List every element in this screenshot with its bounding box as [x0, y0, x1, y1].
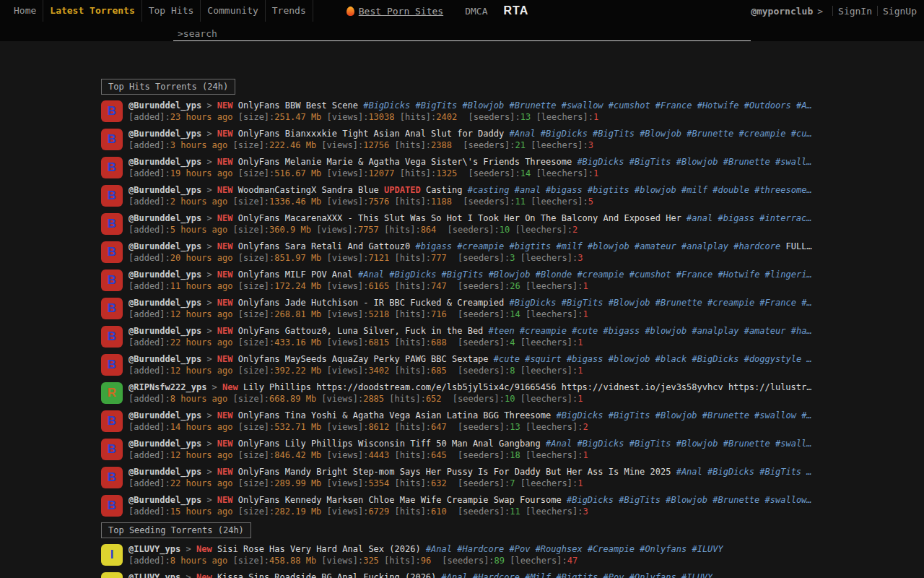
- torrent-tag[interactable]: #Pov: [510, 544, 531, 554]
- torrent-tag[interactable]: #analplay: [681, 241, 728, 251]
- torrent-tag[interactable]: #Blowjob: [655, 410, 697, 420]
- torrent-tag[interactable]: #Onlyfans: [640, 544, 687, 554]
- torrent-tag[interactable]: #bigass: [718, 213, 754, 223]
- torrent-tag[interactable]: #BigDicks: [557, 410, 603, 420]
- torrent-tag[interactable]: #swallow: [562, 100, 603, 111]
- torrent-tag[interactable]: #Anal: [546, 439, 572, 449]
- torrent-user-link[interactable]: @Burunddel_yps: [128, 241, 201, 251]
- account-link[interactable]: @mypornclub: [751, 6, 813, 17]
- new-badge[interactable]: NEW: [217, 298, 233, 308]
- user-avatar[interactable]: B: [101, 213, 123, 235]
- new-badge[interactable]: NEW: [217, 100, 233, 111]
- new-badge[interactable]: NEW: [217, 241, 233, 251]
- torrent-title[interactable]: Onlyfans Sara Retali And Gattouz0: [238, 241, 410, 251]
- new-badge[interactable]: NEW: [217, 326, 233, 336]
- torrent-tag[interactable]: #amateur: [744, 326, 786, 336]
- torrent-tag[interactable]: #BigTits: [609, 410, 650, 420]
- torrent-tag[interactable]: #swallow: [754, 410, 796, 420]
- torrent-user-link[interactable]: @Burunddel_yps: [128, 129, 201, 139]
- new-badge[interactable]: New: [222, 382, 238, 392]
- torrent-tag[interactable]: #cu…: [791, 129, 812, 139]
- torrent-tag[interactable]: #casting: [468, 185, 510, 195]
- torrent-tag[interactable]: #creampie: [577, 269, 624, 280]
- torrent-tag[interactable]: #Blowjob: [676, 439, 718, 449]
- torrent-title[interactable]: Onlyfans MILF POV Anal: [238, 269, 353, 280]
- torrent-tag[interactable]: #bigtits: [588, 185, 629, 195]
- user-avatar[interactable]: R: [101, 382, 123, 404]
- torrent-user-link[interactable]: @Burunddel_yps: [128, 269, 201, 280]
- torrent-tag[interactable]: #Hardcore: [473, 572, 520, 578]
- torrent-user-link[interactable]: @ILUVY_yps: [128, 572, 180, 578]
- torrent-tag[interactable]: #cumshot: [629, 269, 671, 280]
- torrent-title[interactable]: OnlyFans Mandy Bright Step-mom Says Her …: [238, 467, 671, 477]
- torrent-user-link[interactable]: @Burunddel_yps: [128, 298, 201, 308]
- torrent-tag[interactable]: #black: [655, 354, 687, 364]
- user-avatar[interactable]: B: [101, 354, 123, 376]
- torrent-tag[interactable]: #anal: [687, 213, 712, 223]
- torrent-tag[interactable]: #BigDicks: [692, 354, 738, 364]
- torrent-tag[interactable]: #bigass: [415, 241, 452, 251]
- user-avatar[interactable]: B: [101, 269, 123, 291]
- torrent-tag[interactable]: #analplay: [692, 326, 738, 336]
- torrent-tag[interactable]: #Pov: [603, 572, 624, 578]
- torrent-tag[interactable]: #swallow…: [765, 495, 812, 505]
- torrent-tag[interactable]: #Anal: [509, 129, 535, 139]
- torrent-title[interactable]: FULL…: [786, 241, 812, 251]
- torrent-tag[interactable]: #Blowjob: [640, 129, 681, 139]
- new-badge[interactable]: NEW: [217, 467, 233, 477]
- torrent-tag[interactable]: #milf: [681, 185, 707, 195]
- torrent-tag[interactable]: #Hotwife: [697, 100, 739, 111]
- torrent-tag[interactable]: #Hotwife: [718, 269, 760, 280]
- new-badge[interactable]: NEW: [217, 157, 233, 167]
- torrent-title[interactable]: Onlyfans MaySeeds AquaZay Perky PAWG BBC…: [238, 354, 489, 364]
- torrent-tag[interactable]: #BigDicks: [577, 157, 624, 167]
- torrent-tag[interactable]: #Brunette: [702, 410, 749, 420]
- torrent-tag[interactable]: #Bigtits: [557, 572, 598, 578]
- signup-link[interactable]: SignUp: [883, 6, 917, 17]
- torrent-tag[interactable]: #lingeri…: [765, 269, 812, 280]
- torrent-tag[interactable]: #ha…: [791, 326, 812, 336]
- user-avatar[interactable]: B: [101, 129, 123, 150]
- torrent-tag[interactable]: #squirt: [525, 354, 562, 364]
- torrent-tag[interactable]: #creampie: [520, 326, 567, 336]
- torrent-tag[interactable]: #Outdoors: [744, 100, 791, 111]
- torrent-title[interactable]: OnlyFans MacarenaXXX - This Slut Was So …: [238, 213, 681, 223]
- torrent-tag[interactable]: #bigass: [567, 354, 603, 364]
- torrent-title[interactable]: OnlyFans Kennedy Marksen Chloe Mae Wife …: [238, 495, 562, 505]
- torrent-tag[interactable]: #Blonde: [536, 269, 572, 280]
- user-avatar[interactable]: B: [101, 100, 123, 122]
- torrent-tag[interactable]: #bigtits: [510, 241, 552, 251]
- torrent-tag[interactable]: #BigTits: [619, 495, 661, 505]
- user-avatar[interactable]: B: [101, 241, 123, 263]
- new-badge[interactable]: NEW: [217, 410, 233, 420]
- torrent-tag[interactable]: #Creampie: [588, 544, 635, 554]
- torrent-tag[interactable]: #interrac…: [759, 213, 811, 223]
- torrent-tag[interactable]: #BigTits: [593, 129, 635, 139]
- new-badge[interactable]: NEW: [217, 213, 233, 223]
- torrent-tag[interactable]: #milf: [557, 241, 583, 251]
- torrent-tag[interactable]: #blowjob: [609, 354, 650, 364]
- torrent-tag[interactable]: #Blowjob: [666, 495, 707, 505]
- torrent-title[interactable]: WoodmanCastingX Sandra Blue: [238, 185, 379, 195]
- torrent-tag[interactable]: #bigass: [603, 326, 640, 336]
- torrent-tag[interactable]: #Milf: [525, 572, 551, 578]
- torrent-tag[interactable]: #…: [801, 410, 811, 420]
- torrent-tag[interactable]: #creampie: [457, 241, 504, 251]
- nav-item-top-hits[interactable]: Top Hits: [142, 0, 201, 22]
- torrent-tag[interactable]: #BigTits: [442, 269, 484, 280]
- signin-link[interactable]: SignIn: [838, 6, 872, 17]
- user-avatar[interactable]: B: [101, 185, 123, 207]
- torrent-tag[interactable]: #Blowjob: [462, 100, 504, 111]
- torrent-tag[interactable]: #Brunette: [687, 129, 733, 139]
- torrent-tag[interactable]: #Blowjob: [676, 157, 718, 167]
- user-avatar[interactable]: B: [101, 410, 123, 432]
- torrent-tag[interactable]: #Brunette: [723, 157, 770, 167]
- torrent-user-link[interactable]: @Burunddel_yps: [128, 185, 201, 195]
- torrent-title[interactable]: Casting: [426, 185, 463, 195]
- torrent-tag[interactable]: #creampie: [707, 298, 754, 308]
- new-badge[interactable]: NEW: [217, 185, 233, 195]
- dmca-link[interactable]: DMCA: [465, 6, 487, 17]
- new-badge[interactable]: NEW: [217, 439, 233, 449]
- torrent-tag[interactable]: #ILUVY: [692, 544, 723, 554]
- torrent-user-link[interactable]: @Burunddel_yps: [128, 439, 201, 449]
